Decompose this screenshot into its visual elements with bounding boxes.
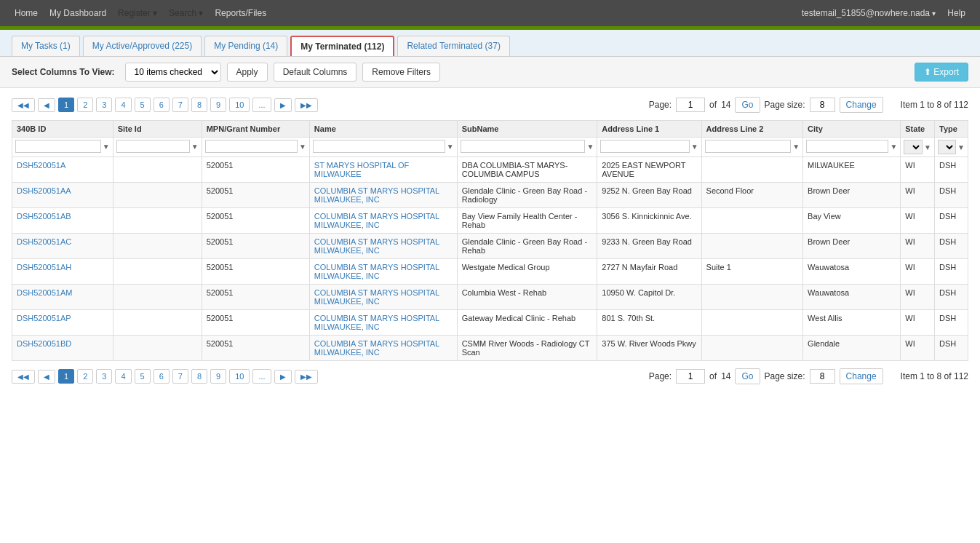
filter-icon-type[interactable]: ▼ [957, 143, 965, 151]
cell-id340b[interactable]: DSH520051AB [12, 208, 113, 234]
cell-name[interactable]: COLUMBIA ST MARYS HOSPITAL MILWAUKEE, IN… [309, 310, 457, 336]
bottom-page-btn-9[interactable]: 9 [210, 369, 226, 384]
page-last-btn[interactable]: ▶▶ [295, 98, 318, 112]
link-id340b[interactable]: DSH520051AP [17, 314, 71, 322]
filter-icon-address2[interactable]: ▼ [792, 143, 800, 151]
link-id340b[interactable]: DSH520051A [17, 161, 65, 170]
filter-input-mpngrant[interactable] [205, 140, 298, 153]
bottom-page-btn-8[interactable]: 8 [191, 369, 207, 384]
cell-name[interactable]: COLUMBIA ST MARYS HOSPITAL MILWAUKEE, IN… [309, 183, 457, 208]
link-name[interactable]: COLUMBIA ST MARYS HOSPITAL MILWAUKEE, IN… [314, 237, 439, 255]
filter-input-siteid[interactable] [116, 140, 190, 153]
filter-input-name[interactable] [313, 140, 445, 153]
page-btn-2[interactable]: 2 [77, 98, 93, 112]
default-columns-button[interactable]: Default Columns [274, 63, 357, 82]
bottom-page-last-btn[interactable]: ▶▶ [295, 370, 318, 384]
bottom-page-btn-6[interactable]: 6 [154, 369, 170, 384]
filter-input-address2[interactable] [705, 140, 792, 153]
bottom-page-size-input[interactable] [810, 369, 835, 384]
page-btn-4[interactable]: 4 [115, 98, 131, 112]
bottom-page-first-btn[interactable]: ◀◀ [12, 370, 35, 384]
filter-select-type[interactable] [938, 140, 956, 154]
bottom-page-next-btn[interactable]: ▶ [274, 370, 292, 384]
filter-input-340bid[interactable] [15, 140, 101, 153]
filter-input-subname[interactable] [461, 140, 586, 153]
cell-id340b[interactable]: DSH520051AC [12, 234, 113, 259]
cell-id340b[interactable]: DSH520051AH [12, 259, 113, 285]
bottom-page-btn-10[interactable]: 10 [229, 369, 250, 384]
bottom-page-btn-1[interactable]: 1 [58, 369, 74, 384]
tab-my-terminated[interactable]: My Terminated (112) [290, 36, 394, 56]
bottom-page-btn-4[interactable]: 4 [115, 369, 131, 384]
cell-id340b[interactable]: DSH520051AM [12, 285, 113, 310]
remove-filters-button[interactable]: Remove Filters [362, 63, 440, 82]
cell-id340b[interactable]: DSH520051AP [12, 310, 113, 336]
nav-search-dropdown[interactable]: Search ▾ [169, 8, 203, 18]
bottom-page-btn-ellipsis[interactable]: ... [252, 369, 271, 384]
page-btn-10[interactable]: 10 [229, 98, 250, 112]
cell-name[interactable]: COLUMBIA ST MARYS HOSPITAL MILWAUKEE, IN… [309, 336, 457, 361]
nav-home[interactable]: Home [15, 8, 38, 18]
page-btn-1[interactable]: 1 [58, 98, 74, 112]
filter-icon-siteid[interactable]: ▼ [191, 143, 199, 151]
link-name[interactable]: COLUMBIA ST MARYS HOSPITAL MILWAUKEE, IN… [314, 288, 439, 306]
export-button[interactable]: ⬆ Export [915, 63, 968, 82]
link-name[interactable]: COLUMBIA ST MARYS HOSPITAL MILWAUKEE, IN… [314, 212, 439, 229]
cell-id340b[interactable]: DSH520051A [12, 157, 113, 183]
cell-name[interactable]: ST MARYS HOSPITAL OF MILWAUKEE [309, 157, 457, 183]
tab-my-pending[interactable]: My Pending (14) [204, 36, 287, 56]
apply-button[interactable]: Apply [227, 63, 268, 82]
page-btn-ellipsis[interactable]: ... [252, 98, 271, 112]
filter-select-state[interactable] [904, 140, 923, 154]
filter-icon-mpngrant[interactable]: ▼ [299, 143, 306, 151]
filter-icon-state[interactable]: ▼ [924, 143, 931, 151]
page-btn-9[interactable]: 9 [210, 98, 226, 112]
cell-id340b[interactable]: DSH520051AA [12, 183, 113, 208]
page-btn-5[interactable]: 5 [135, 98, 151, 112]
page-btn-3[interactable]: 3 [96, 98, 112, 112]
nav-help[interactable]: Help [947, 8, 965, 18]
page-input[interactable] [676, 98, 705, 112]
tab-my-tasks[interactable]: My Tasks (1) [12, 36, 80, 56]
link-id340b[interactable]: DSH520051AA [17, 186, 71, 195]
page-size-input[interactable] [810, 98, 835, 112]
go-button[interactable]: Go [735, 97, 760, 113]
cell-name[interactable]: COLUMBIA ST MARYS HOSPITAL MILWAUKEE, IN… [309, 259, 457, 285]
tab-related-terminated[interactable]: Related Terminated (37) [397, 36, 510, 56]
link-name[interactable]: COLUMBIA ST MARYS HOSPITAL MILWAUKEE, IN… [314, 263, 439, 280]
bottom-page-input[interactable] [676, 369, 705, 384]
page-btn-8[interactable]: 8 [191, 98, 207, 112]
change-button[interactable]: Change [840, 97, 883, 113]
filter-icon-subname[interactable]: ▼ [586, 143, 594, 151]
cell-name[interactable]: COLUMBIA ST MARYS HOSPITAL MILWAUKEE, IN… [309, 285, 457, 310]
link-name[interactable]: COLUMBIA ST MARYS HOSPITAL MILWAUKEE, IN… [314, 314, 439, 331]
link-id340b[interactable]: DSH520051AC [17, 237, 71, 246]
filter-icon-name[interactable]: ▼ [447, 143, 454, 151]
columns-select[interactable]: 10 items checked [125, 63, 221, 82]
bottom-page-btn-7[interactable]: 7 [172, 369, 188, 384]
bottom-page-btn-3[interactable]: 3 [96, 369, 112, 384]
link-id340b[interactable]: DSH520051AH [17, 263, 71, 272]
bottom-page-btn-2[interactable]: 2 [77, 369, 93, 384]
filter-icon-city[interactable]: ▼ [890, 143, 897, 151]
page-prev-btn[interactable]: ◀ [38, 98, 55, 112]
filter-icon-address1[interactable]: ▼ [691, 143, 698, 151]
link-id340b[interactable]: DSH520051AM [17, 288, 72, 297]
cell-id340b[interactable]: DSH520051BD [12, 336, 113, 361]
page-first-btn[interactable]: ◀◀ [12, 98, 35, 112]
nav-dashboard[interactable]: My Dashboard [49, 8, 106, 18]
cell-name[interactable]: COLUMBIA ST MARYS HOSPITAL MILWAUKEE, IN… [309, 234, 457, 259]
link-name[interactable]: COLUMBIA ST MARYS HOSPITAL MILWAUKEE, IN… [314, 186, 439, 204]
bottom-change-button[interactable]: Change [840, 368, 883, 384]
filter-input-address1[interactable] [600, 140, 689, 153]
bottom-page-prev-btn[interactable]: ◀ [38, 370, 55, 384]
bottom-page-btn-5[interactable]: 5 [135, 369, 151, 384]
cell-name[interactable]: COLUMBIA ST MARYS HOSPITAL MILWAUKEE, IN… [309, 208, 457, 234]
nav-reports[interactable]: Reports/Files [215, 8, 266, 18]
page-btn-6[interactable]: 6 [154, 98, 170, 112]
page-btn-7[interactable]: 7 [172, 98, 188, 112]
tab-my-active[interactable]: My Active/Approved (225) [83, 36, 202, 56]
nav-register-dropdown[interactable]: Register ▾ [118, 8, 157, 18]
page-next-btn[interactable]: ▶ [274, 98, 292, 112]
link-id340b[interactable]: DSH520051AB [17, 212, 71, 221]
